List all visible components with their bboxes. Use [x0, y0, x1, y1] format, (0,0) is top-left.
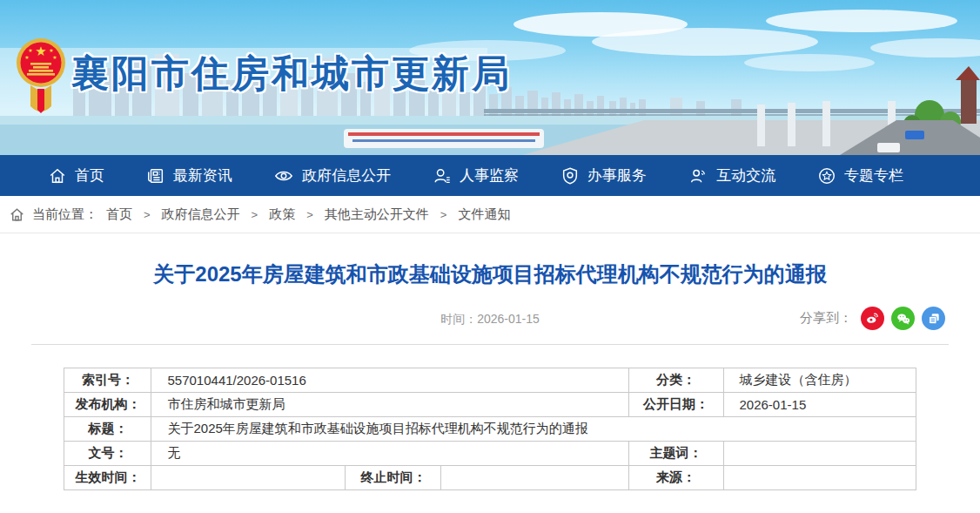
- wechat-icon: [896, 311, 911, 327]
- source-value: [723, 466, 916, 490]
- table-row: 标题： 关于2025年房屋建筑和市政基础设施项目招标代理机构不规范行为的通报: [64, 417, 916, 442]
- nav-label: 互动交流: [716, 165, 775, 186]
- nav-label: 办事服务: [587, 165, 647, 186]
- svg-text:★: ★: [52, 55, 57, 60]
- national-emblem: ★ ★ ★ ★ ★: [15, 37, 67, 119]
- index-label: 索引号：: [64, 368, 151, 393]
- person-icon: [433, 166, 452, 186]
- publisher-label: 发布机构：: [64, 393, 151, 417]
- source-label: 来源：: [628, 466, 723, 490]
- breadcrumb-separator: >: [144, 208, 151, 221]
- keywords-label: 主题词：: [628, 442, 723, 466]
- nav-item-news[interactable]: 最新资讯: [146, 165, 232, 186]
- nav-item-services[interactable]: 办事服务: [560, 165, 647, 186]
- table-row: 发布机构： 市住房和城市更新局 公开日期： 2026-01-15: [64, 393, 916, 417]
- content-area: 关于2025年房屋建筑和市政基础设施项目招标代理机构不规范行为的通报 时间：20…: [0, 233, 980, 490]
- shield-icon: [560, 166, 580, 186]
- nav-label: 专题专栏: [844, 165, 903, 186]
- docnum-label: 文号：: [64, 442, 151, 466]
- breadcrumb-separator: >: [306, 208, 313, 221]
- breadcrumb-separator: >: [440, 208, 447, 221]
- expiry-label: 终止时间：: [346, 466, 441, 490]
- eye-icon: [273, 166, 294, 186]
- nav-item-gov-info[interactable]: 政府信息公开: [273, 165, 391, 186]
- share-box: 分享到：: [800, 307, 945, 330]
- nav-item-special-columns[interactable]: 专题专栏: [817, 165, 903, 186]
- category-label: 分类：: [628, 368, 723, 393]
- pubdate-label: 公开日期：: [628, 393, 723, 417]
- index-value: 557010441/2026-01516: [151, 368, 628, 393]
- time-label: 时间：: [440, 312, 477, 326]
- svg-text:★: ★: [35, 44, 46, 58]
- nav-label: 人事监察: [460, 165, 519, 186]
- breadcrumb-label: 当前位置：: [32, 206, 97, 223]
- breadcrumb-item-home[interactable]: 首页: [106, 206, 132, 223]
- nav-label: 最新资讯: [173, 165, 232, 186]
- copy-link-icon: [927, 312, 941, 326]
- home-icon: [48, 166, 67, 186]
- weibo-share-button[interactable]: [861, 307, 884, 330]
- star-circle-icon: [817, 166, 836, 186]
- article-title: 关于2025年房屋建筑和市政基础设施项目招标代理机构不规范行为的通报: [31, 260, 949, 289]
- breadcrumb: 当前位置： 首页 > 政府信息公开 > 政策 > 其他主动公开文件 > 文件通知: [0, 196, 980, 233]
- header-banner: ★ ★ ★ ★ ★ 襄阳市住房和城市更新局: [0, 0, 980, 155]
- nav-item-personnel[interactable]: 人事监察: [433, 165, 519, 186]
- breadcrumb-item-policy[interactable]: 政策: [269, 206, 295, 223]
- svg-text:★: ★: [28, 48, 32, 53]
- expiry-value: [441, 466, 628, 490]
- share-label: 分享到：: [800, 310, 852, 327]
- wechat-share-button[interactable]: [891, 307, 915, 330]
- nav-item-interaction[interactable]: 互动交流: [688, 165, 775, 186]
- time-value: 2026-01-15: [477, 312, 540, 326]
- document-meta-table: 索引号： 557010441/2026-01516 分类： 城乡建设（含住房） …: [64, 368, 916, 490]
- article-meta-row: 时间：2026-01-15 分享到：: [31, 307, 949, 331]
- table-row: 索引号： 557010441/2026-01516 分类： 城乡建设（含住房）: [64, 368, 916, 393]
- copy-link-share-button[interactable]: [922, 307, 945, 330]
- table-row: 生效时间： 终止时间： 来源：: [64, 466, 916, 490]
- weibo-icon: [865, 311, 880, 326]
- people-chat-icon: [688, 166, 708, 186]
- breadcrumb-item-doc-notice[interactable]: 文件通知: [458, 206, 510, 223]
- pubdate-value: 2026-01-15: [723, 393, 916, 417]
- breadcrumb-separator: >: [252, 208, 258, 221]
- main-nav: 首页 最新资讯 政府信息公开 人事监察 办事服务 互动交流: [0, 155, 980, 196]
- nav-label: 政府信息公开: [302, 165, 391, 186]
- docnum-value: 无: [151, 442, 628, 466]
- effective-value: [151, 466, 346, 490]
- site-title: 襄阳市住房和城市更新局: [71, 49, 512, 99]
- news-icon: [146, 166, 165, 186]
- svg-text:★: ★: [49, 48, 53, 53]
- keywords-value: [723, 442, 916, 466]
- title-label: 标题：: [64, 417, 151, 442]
- category-value: 城乡建设（含住房）: [723, 368, 916, 393]
- publisher-value: 市住房和城市更新局: [151, 393, 628, 417]
- nav-item-home[interactable]: 首页: [48, 165, 104, 186]
- svg-text:★: ★: [24, 55, 29, 60]
- nav-label: 首页: [75, 165, 104, 186]
- table-row: 文号： 无 主题词：: [64, 442, 916, 466]
- effective-label: 生效时间：: [64, 466, 151, 490]
- breadcrumb-item-other-public-docs[interactable]: 其他主动公开文件: [325, 206, 429, 223]
- title-value: 关于2025年房屋建筑和市政基础设施项目招标代理机构不规范行为的通报: [151, 417, 916, 442]
- content-divider: [31, 344, 949, 345]
- breadcrumb-item-gov-info[interactable]: 政府信息公开: [162, 206, 240, 223]
- home-icon: [9, 206, 25, 223]
